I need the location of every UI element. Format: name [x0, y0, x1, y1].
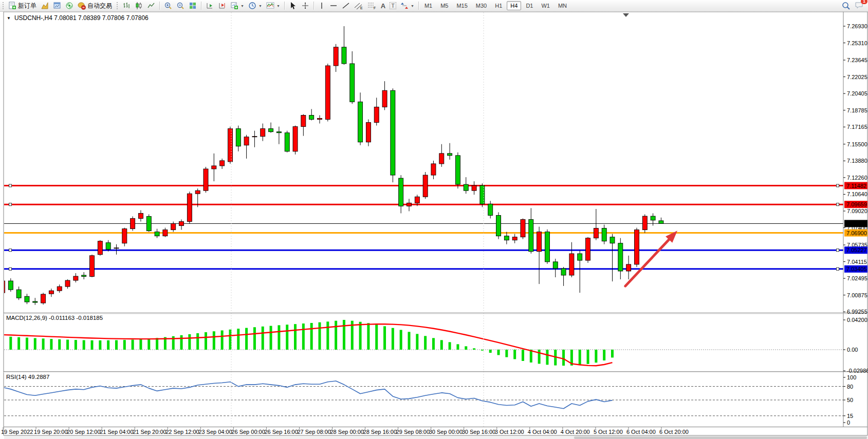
candle-body [228, 129, 232, 162]
price-badge-label: 7.11482 [846, 183, 866, 189]
time-tick-label: 27 Sep 08:00 [297, 429, 330, 435]
macd-histogram-bar [383, 326, 386, 350]
level-line-handle[interactable] [837, 184, 839, 187]
candle-body [342, 47, 346, 64]
chart-shift-icon [218, 2, 226, 10]
zoom-in-button[interactable] [162, 1, 174, 11]
level-line-handle[interactable] [9, 268, 12, 270]
candle-body [561, 269, 566, 275]
period-button[interactable]: ▼ [246, 1, 264, 11]
macd-histogram-bar [26, 338, 28, 350]
market-watch-button[interactable] [39, 1, 51, 11]
candle-body [610, 237, 615, 243]
charts-window-button[interactable] [51, 1, 63, 11]
candle-body [57, 287, 62, 291]
time-tick-label: 22 Sep 12:00 [165, 429, 199, 435]
chevron-down-icon: ▼ [241, 4, 244, 8]
indicators-button[interactable]: ▼ [264, 1, 282, 11]
candle-body [82, 275, 86, 276]
candle-body [179, 221, 184, 225]
text-tool-button[interactable]: A [379, 1, 387, 11]
signal-button[interactable] [63, 1, 76, 11]
bar-chart-type-icon [122, 2, 131, 10]
candle-body [49, 291, 53, 294]
time-tick-label: 21 Sep 20:00 [133, 429, 166, 435]
new-chart-button[interactable]: ▼ [228, 1, 246, 11]
candle-body [1, 281, 5, 293]
macd-histogram-bar [83, 340, 85, 350]
price-tick-label: 7.25310 [847, 40, 867, 46]
macd-histogram-bar [579, 350, 581, 365]
notifications-button[interactable]: 1 [855, 1, 864, 11]
price-tick-label: 7.12260 [847, 175, 867, 181]
level-line-handle[interactable] [837, 249, 839, 252]
price-tick-label: 7.15500 [847, 141, 867, 147]
tile-windows-button[interactable] [187, 1, 199, 11]
signal-icon [65, 2, 73, 10]
trend-arrow[interactable] [625, 238, 671, 286]
macd-histogram-bar [449, 342, 451, 350]
timeframe-button-mn[interactable]: MN [555, 1, 570, 10]
candle-body [138, 213, 143, 218]
timeframe-button-m5[interactable]: M5 [437, 1, 452, 10]
candle-body [301, 115, 306, 126]
chart-title[interactable]: ▼USDCNH-,H4 7.08081 7.08389 7.07806 7.07… [7, 14, 149, 22]
macd-histogram-bar [205, 332, 207, 350]
search-icon[interactable] [842, 2, 851, 10]
timeframe-button-d1[interactable]: D1 [522, 1, 537, 10]
auto-scroll-button[interactable] [204, 1, 216, 11]
charts-window-icon [53, 2, 61, 10]
crosshair-tool-button[interactable] [299, 1, 311, 11]
zoom-out-button[interactable] [174, 1, 187, 11]
new-order-button[interactable]: 新订单 [6, 1, 39, 11]
timeframe-button-m1[interactable]: M1 [421, 1, 436, 10]
candle-body [496, 215, 501, 236]
timeframe-button-m30[interactable]: M30 [472, 1, 490, 10]
price-badge-label: 7.06900 [846, 230, 867, 236]
shapes-tool-button[interactable]: ▼ [398, 1, 416, 11]
bar-chart-type-button[interactable] [120, 1, 133, 11]
rsi-tick-label: 80 [847, 384, 853, 390]
chevron-down-icon: ▼ [258, 4, 262, 8]
time-tick-label: 19 Sep 2022 [1, 429, 33, 435]
auto-trading-button[interactable]: 自动交易 [76, 1, 114, 11]
horizontal-line-tool-button[interactable] [327, 1, 340, 11]
chart-canvas[interactable]: 7.269307.253107.236457.220257.204057.187… [0, 0, 868, 439]
candle-body [90, 256, 95, 277]
trendline-tool-button[interactable] [340, 1, 352, 11]
level-line-handle[interactable] [837, 268, 839, 270]
macd-histogram-bar [424, 336, 427, 350]
level-line-handle[interactable] [837, 203, 839, 206]
channel-tool-button[interactable]: E [352, 1, 365, 11]
level-line-handle[interactable] [9, 203, 12, 206]
horizontal-scrollbar-thumb[interactable] [574, 436, 867, 439]
timeframe-button-w1[interactable]: W1 [538, 1, 553, 10]
candle-body [382, 90, 387, 107]
fibonacci-tool-button[interactable]: F [365, 1, 379, 11]
candle-body [529, 219, 533, 251]
macd-histogram-bar [538, 350, 541, 364]
line-chart-type-button[interactable] [145, 1, 157, 11]
level-line-handle[interactable] [9, 184, 12, 187]
chart-shift-marker[interactable] [623, 13, 629, 17]
cursor-tool-button[interactable] [287, 1, 299, 11]
level-line-handle[interactable] [9, 249, 12, 252]
text-label-tool-button[interactable]: T [387, 1, 398, 11]
macd-histogram-bar [473, 348, 475, 350]
timeframe-button-h4[interactable]: H4 [507, 1, 521, 10]
candle-body [415, 197, 419, 203]
candle-body [586, 238, 590, 260]
price-tick-label: 7.20405 [847, 90, 867, 97]
candlestick-type-button[interactable] [133, 1, 145, 11]
macd-histogram-bar [367, 323, 370, 350]
macd-histogram-bar [326, 321, 329, 350]
chart-shift-button[interactable] [216, 1, 228, 11]
macd-histogram-bar [139, 339, 142, 350]
timeframe-button-h1[interactable]: H1 [491, 1, 506, 10]
vertical-line-tool-button[interactable] [316, 1, 327, 11]
candle-body [553, 262, 558, 269]
time-tick-label: 3 Oct 12:00 [495, 429, 524, 435]
time-tick-label: 4 Oct 04:00 [528, 429, 557, 435]
timeframe-button-m15[interactable]: M15 [453, 1, 471, 10]
candle-body [163, 230, 168, 236]
